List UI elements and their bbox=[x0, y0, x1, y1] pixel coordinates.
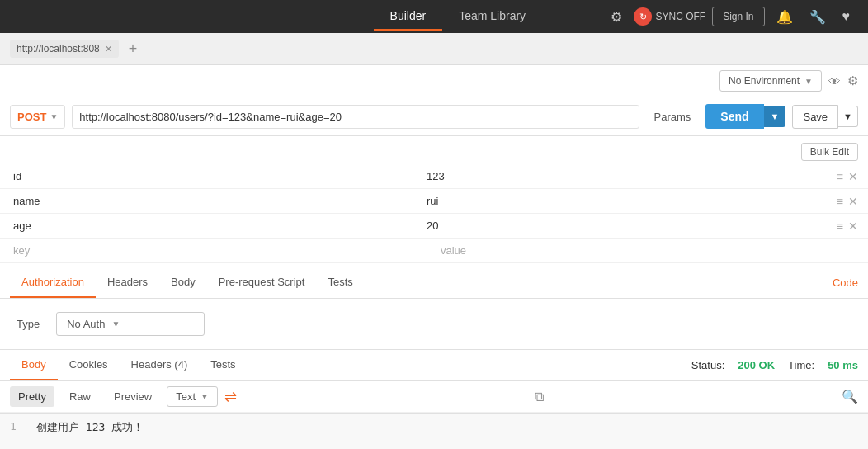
param-key: id bbox=[10, 168, 417, 185]
code-link[interactable]: Code bbox=[833, 276, 858, 289]
resp-tab-body[interactable]: Body bbox=[10, 350, 58, 380]
tab-authorization[interactable]: Authorization bbox=[10, 267, 96, 298]
param-icons: ≡ ✕ bbox=[837, 220, 858, 233]
format-tab-preview[interactable]: Preview bbox=[106, 386, 160, 407]
close-tab-icon[interactable]: ✕ bbox=[105, 44, 112, 54]
delete-icon[interactable]: ✕ bbox=[848, 220, 858, 233]
request-tab[interactable]: http://localhost:808 ✕ bbox=[10, 40, 119, 58]
auth-chevron-icon: ▼ bbox=[111, 319, 120, 328]
param-icons: ≡ ✕ bbox=[837, 170, 858, 183]
resp-tab-cookies[interactable]: Cookies bbox=[58, 350, 120, 380]
reorder-icon[interactable]: ≡ bbox=[837, 170, 843, 183]
response-tab-bar: Body Cookies Headers (4) Tests Status: 2… bbox=[0, 350, 868, 381]
delete-icon[interactable]: ✕ bbox=[848, 170, 858, 183]
param-value-placeholder: value bbox=[437, 242, 858, 259]
tab-url-label: http://localhost:808 bbox=[17, 43, 100, 54]
tab-tests[interactable]: Tests bbox=[316, 267, 364, 298]
time-label: Time: bbox=[788, 359, 814, 371]
url-input[interactable] bbox=[72, 105, 639, 129]
format-type-select[interactable]: Text ▼ bbox=[167, 386, 218, 407]
response-body: 1 创建用户 123 成功！ bbox=[0, 413, 868, 449]
nav-tabs: Builder Team Library bbox=[309, 2, 606, 31]
copy-icon[interactable]: ⧉ bbox=[535, 390, 544, 404]
reorder-icon[interactable]: ≡ bbox=[837, 195, 843, 208]
sync-icon: ↻ bbox=[634, 7, 652, 26]
tab-body[interactable]: Body bbox=[159, 267, 207, 298]
response-status: Status: 200 OK Time: 50 ms bbox=[691, 359, 858, 371]
save-button[interactable]: Save bbox=[792, 105, 838, 129]
heart-icon[interactable]: ♥ bbox=[837, 6, 856, 27]
bell-icon[interactable]: 🔔 bbox=[771, 6, 798, 28]
search-icon[interactable]: 🔍 bbox=[842, 389, 858, 404]
sync-off-button[interactable]: SYNC OFF bbox=[655, 11, 705, 22]
status-value: 200 OK bbox=[738, 359, 775, 371]
request-tabs: Authorization Headers Body Pre-request S… bbox=[0, 267, 868, 299]
method-label: POST bbox=[17, 111, 46, 123]
param-icons: ≡ ✕ bbox=[837, 195, 858, 208]
send-dropdown-button[interactable]: ▼ bbox=[764, 106, 786, 127]
sign-in-button[interactable]: Sign In bbox=[712, 7, 764, 26]
response-content: 创建用户 123 成功！ bbox=[36, 420, 144, 449]
param-value: rui bbox=[423, 192, 830, 210]
resp-format-bar: Pretty Raw Preview Text ▼ ⇌ ⧉ 🔍 bbox=[0, 381, 868, 413]
param-key: age bbox=[10, 217, 417, 234]
env-settings-icon[interactable]: ⚙ bbox=[847, 73, 858, 88]
bulk-edit-button[interactable]: Bulk Edit bbox=[801, 143, 858, 161]
tab-headers[interactable]: Headers bbox=[96, 267, 159, 298]
param-value: 20 bbox=[423, 217, 830, 234]
param-key: name bbox=[10, 192, 417, 210]
send-button[interactable]: Send bbox=[705, 104, 763, 129]
save-dropdown-button[interactable]: ▼ bbox=[838, 106, 858, 127]
time-value: 50 ms bbox=[828, 359, 858, 371]
param-key-placeholder: key bbox=[10, 242, 431, 259]
wrench-icon[interactable]: 🔧 bbox=[804, 6, 831, 28]
add-tab-button[interactable]: + bbox=[125, 40, 141, 58]
auth-type-select[interactable]: No Auth ▼ bbox=[56, 312, 205, 336]
table-row: name rui ≡ ✕ bbox=[0, 189, 868, 214]
params-table: Bulk Edit id 123 ≡ ✕ name rui ≡ ✕ age 20… bbox=[0, 136, 868, 267]
format-select-label: Text bbox=[176, 390, 196, 403]
table-row: age 20 ≡ ✕ bbox=[0, 214, 868, 239]
resp-tab-tests[interactable]: Tests bbox=[199, 350, 247, 380]
line-number: 1 bbox=[10, 420, 26, 449]
auth-type-label: Type bbox=[17, 318, 40, 330]
status-label: Status: bbox=[691, 359, 724, 371]
top-nav: Builder Team Library ⚙ ↻ SYNC OFF Sign I… bbox=[0, 0, 868, 33]
params-button[interactable]: Params bbox=[646, 106, 700, 128]
tab-pre-request-script[interactable]: Pre-request Script bbox=[207, 267, 317, 298]
format-tab-raw[interactable]: Raw bbox=[61, 386, 99, 407]
format-tab-pretty[interactable]: Pretty bbox=[10, 386, 54, 407]
params-header: Bulk Edit bbox=[0, 139, 868, 164]
table-row: key value bbox=[0, 239, 868, 263]
resp-tab-headers[interactable]: Headers (4) bbox=[120, 350, 200, 380]
auth-section: Type No Auth ▼ bbox=[0, 299, 868, 350]
env-select[interactable]: No Environment ▼ bbox=[719, 70, 822, 92]
reorder-icon[interactable]: ≡ bbox=[837, 220, 843, 233]
table-row: id 123 ≡ ✕ bbox=[0, 164, 868, 189]
env-bar: No Environment ▼ 👁 ⚙ bbox=[0, 65, 868, 97]
settings-icon[interactable]: ⚙ bbox=[606, 6, 627, 28]
request-bar: POST ▼ Params Send ▼ Save ▼ bbox=[0, 97, 868, 136]
nav-right: ⚙ ↻ SYNC OFF Sign In 🔔 🔧 ♥ bbox=[606, 6, 855, 28]
delete-icon[interactable]: ✕ bbox=[848, 195, 858, 208]
method-select[interactable]: POST ▼ bbox=[10, 105, 65, 129]
tab-builder[interactable]: Builder bbox=[374, 2, 443, 31]
sort-icon[interactable]: ⇌ bbox=[224, 388, 237, 406]
chevron-down-icon: ▼ bbox=[804, 77, 813, 86]
eye-icon[interactable]: 👁 bbox=[828, 74, 841, 88]
url-area: http://localhost:808 ✕ + bbox=[0, 33, 868, 65]
param-value: 123 bbox=[423, 168, 830, 185]
tab-team-library[interactable]: Team Library bbox=[442, 2, 542, 31]
format-chevron-icon: ▼ bbox=[200, 392, 209, 401]
method-chevron-icon: ▼ bbox=[50, 112, 58, 121]
